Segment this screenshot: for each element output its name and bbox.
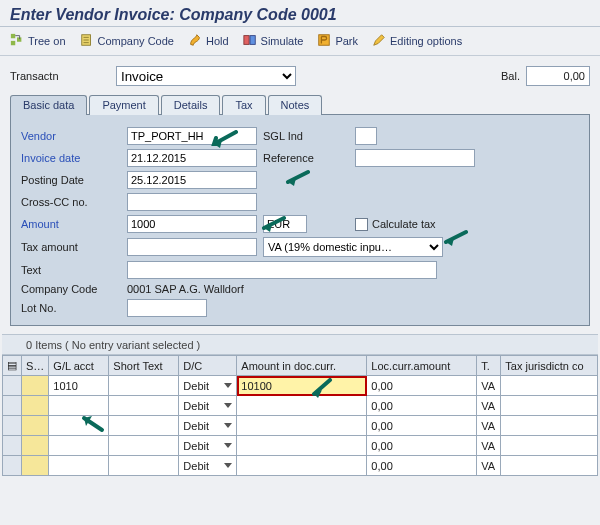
col-status[interactable]: S… <box>22 356 49 376</box>
col-shorttext[interactable]: Short Text <box>109 356 179 376</box>
cell-tax-jur[interactable] <box>501 396 598 416</box>
cell-amount-doc[interactable] <box>237 416 367 436</box>
col-tax[interactable]: T. <box>477 356 501 376</box>
tab-payment[interactable]: Payment <box>89 95 158 115</box>
posting-date-input[interactable] <box>127 171 257 189</box>
row-handle[interactable] <box>22 396 49 416</box>
cell-amount-doc[interactable]: 10100 <box>237 376 367 396</box>
simulate-button[interactable]: Simulate <box>243 33 304 49</box>
cell-tax[interactable]: VA <box>477 416 501 436</box>
svg-rect-1 <box>11 41 15 45</box>
text-input[interactable] <box>127 261 437 279</box>
row-selector[interactable] <box>3 436 22 456</box>
cell-glacct[interactable] <box>49 436 109 456</box>
tab-details[interactable]: Details <box>161 95 221 115</box>
cell-amount-loc[interactable]: 0,00 <box>367 376 477 396</box>
col-amount-loc[interactable]: Loc.curr.amount <box>367 356 477 376</box>
cell-amount-doc[interactable] <box>237 456 367 476</box>
simulate-icon <box>243 33 257 49</box>
cell-amount-loc[interactable]: 0,00 <box>367 396 477 416</box>
sgl-ind-input[interactable] <box>355 127 377 145</box>
cell-shorttext[interactable] <box>109 376 179 396</box>
transactn-select[interactable]: Invoice <box>116 66 296 86</box>
dropdown-icon <box>224 463 232 468</box>
table-row[interactable]: 1010Debit101000,00VA <box>3 376 598 396</box>
cell-tax-jur[interactable] <box>501 376 598 396</box>
table-row[interactable]: Debit0,00VA <box>3 416 598 436</box>
cell-glacct[interactable] <box>49 396 109 416</box>
pencil-icon <box>372 33 386 49</box>
company-code-button[interactable]: Company Code <box>80 33 174 49</box>
cell-dc[interactable]: Debit <box>179 396 237 416</box>
tree-on-label: Tree on <box>28 35 66 47</box>
col-tax-jur[interactable]: Tax jurisdictn co <box>501 356 598 376</box>
cell-glacct[interactable] <box>49 416 109 436</box>
cross-cc-label: Cross-CC no. <box>21 196 121 208</box>
cell-amount-loc[interactable]: 0,00 <box>367 436 477 456</box>
col-amount-doc[interactable]: Amount in doc.curr. <box>237 356 367 376</box>
cell-shorttext[interactable] <box>109 456 179 476</box>
cross-cc-input[interactable] <box>127 193 257 211</box>
tab-notes[interactable]: Notes <box>268 95 323 115</box>
cell-amount-loc[interactable]: 0,00 <box>367 456 477 476</box>
currency-input[interactable] <box>263 215 307 233</box>
lot-no-input[interactable] <box>127 299 207 317</box>
cell-tax-jur[interactable] <box>501 436 598 456</box>
tab-basic-data[interactable]: Basic data <box>10 95 87 115</box>
row-selector[interactable] <box>3 416 22 436</box>
col-glacct[interactable]: G/L acct <box>49 356 109 376</box>
tab-tax[interactable]: Tax <box>222 95 265 115</box>
park-button[interactable]: Park <box>317 33 358 49</box>
row-config-header[interactable]: ▤ <box>3 356 22 376</box>
reference-input[interactable] <box>355 149 475 167</box>
transactn-label: Transactn <box>10 70 110 82</box>
tree-on-button[interactable]: Tree on <box>10 33 66 49</box>
table-row[interactable]: Debit0,00VA <box>3 456 598 476</box>
cell-dc[interactable]: Debit <box>179 376 237 396</box>
cell-tax-jur[interactable] <box>501 416 598 436</box>
row-handle[interactable] <box>22 456 49 476</box>
cell-glacct[interactable]: 1010 <box>49 376 109 396</box>
cell-tax[interactable]: VA <box>477 376 501 396</box>
cell-dc[interactable]: Debit <box>179 416 237 436</box>
cell-amount-loc[interactable]: 0,00 <box>367 416 477 436</box>
cell-shorttext[interactable] <box>109 416 179 436</box>
row-selector[interactable] <box>3 376 22 396</box>
amount-label: Amount <box>21 218 121 230</box>
editing-options-button[interactable]: Editing options <box>372 33 462 49</box>
cell-tax[interactable]: VA <box>477 396 501 416</box>
company-code-label2: Company Code <box>21 283 121 295</box>
row-handle[interactable] <box>22 436 49 456</box>
grid-caption: 0 Items ( No entry variant selected ) <box>2 334 598 355</box>
cell-amount-doc[interactable] <box>237 396 367 416</box>
table-row[interactable]: Debit0,00VA <box>3 436 598 456</box>
cell-tax-jur[interactable] <box>501 456 598 476</box>
cell-shorttext[interactable] <box>109 436 179 456</box>
invoice-date-input[interactable] <box>127 149 257 167</box>
cell-tax[interactable]: VA <box>477 456 501 476</box>
cell-dc[interactable]: Debit <box>179 436 237 456</box>
amount-input[interactable] <box>127 215 257 233</box>
calculate-tax-checkbox[interactable] <box>355 218 368 231</box>
svg-rect-0 <box>11 34 15 38</box>
row-selector[interactable] <box>3 396 22 416</box>
col-dc[interactable]: D/C <box>179 356 237 376</box>
tree-icon <box>10 33 24 49</box>
table-row[interactable]: Debit0,00VA <box>3 396 598 416</box>
cell-shorttext[interactable] <box>109 396 179 416</box>
dropdown-icon <box>224 403 232 408</box>
tax-amount-input[interactable] <box>127 238 257 256</box>
vendor-input[interactable] <box>127 127 257 145</box>
cell-glacct[interactable] <box>49 456 109 476</box>
tax-code-select[interactable]: VA (19% domestic inpu… <box>263 237 443 257</box>
cell-amount-doc[interactable] <box>237 436 367 456</box>
row-selector[interactable] <box>3 456 22 476</box>
cell-dc[interactable]: Debit <box>179 456 237 476</box>
row-handle[interactable] <box>22 376 49 396</box>
hold-button[interactable]: Hold <box>188 33 229 49</box>
balance-label: Bal. <box>501 70 520 82</box>
cell-tax[interactable]: VA <box>477 436 501 456</box>
row-handle[interactable] <box>22 416 49 436</box>
editing-options-label: Editing options <box>390 35 462 47</box>
reference-label: Reference <box>263 152 349 164</box>
